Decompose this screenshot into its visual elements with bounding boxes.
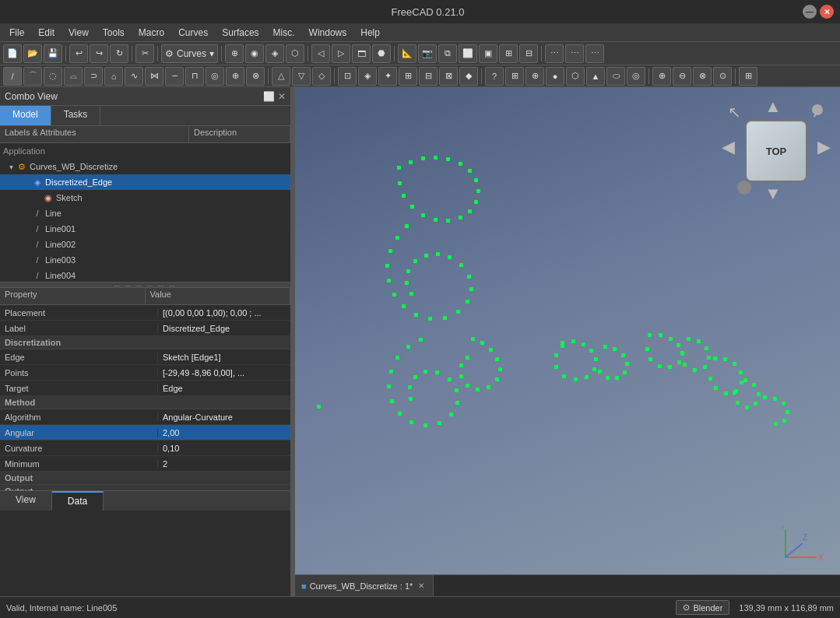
workbench-dropdown[interactable]: ⚙ Curves ▾ <box>161 44 218 63</box>
misc-btn-6[interactable]: ⊠ <box>439 67 458 86</box>
h-splitter[interactable]: — — — — — — <box>0 282 290 288</box>
prop-row[interactable]: TargetEdge <box>0 381 290 396</box>
view-button-2[interactable]: ◈ <box>265 44 284 63</box>
cube-arrow-tl[interactable]: ↖ <box>728 103 741 121</box>
redo-button[interactable]: ↪ <box>90 44 108 63</box>
tree-item[interactable]: /Line004 <box>0 268 290 282</box>
undo-button[interactable]: ↩ <box>69 44 88 63</box>
curve-btn-13[interactable]: ⊗ <box>246 67 265 86</box>
refresh-button[interactable]: ↻ <box>110 44 128 63</box>
close-button[interactable]: ✕ <box>820 5 834 19</box>
view-button-1[interactable]: ◉ <box>245 44 264 63</box>
curve-btn-2[interactable]: ⌒ <box>23 67 42 86</box>
prop-row[interactable]: AlgorithmAngular-Curvature <box>0 409 290 425</box>
menu-item-curves[interactable]: Curves <box>172 26 214 40</box>
cone-btn[interactable]: ▲ <box>586 67 605 86</box>
prop-row[interactable]: Angular2,00 <box>0 425 290 441</box>
tree-item[interactable]: /Line <box>0 205 290 221</box>
misc-btn-7[interactable]: ◆ <box>459 67 478 86</box>
misc-btn-4[interactable]: ⊞ <box>399 67 417 86</box>
prop-row[interactable]: Placement[(0,00 0,00 1,00); 0,00 ; ... <box>0 305 290 321</box>
prop-row[interactable]: Points[-29,49 -8,96 0,00], ... <box>0 365 290 381</box>
menu-item-windows[interactable]: Windows <box>303 26 353 40</box>
nav-right[interactable]: ▷ <box>332 44 350 63</box>
surf-btn-1[interactable]: △ <box>272 67 290 86</box>
bool-btn-3[interactable]: ⊗ <box>693 67 712 86</box>
view-button-5[interactable]: ⬜ <box>459 44 477 63</box>
curve-btn-5[interactable]: ⊃ <box>84 67 103 86</box>
minimize-button[interactable]: — <box>803 5 817 19</box>
curve-btn-9[interactable]: ∽ <box>165 67 184 86</box>
cube-arrow-top[interactable]: ▲ <box>764 97 782 117</box>
open-button[interactable]: 📂 <box>23 44 42 63</box>
menu-item-file[interactable]: File <box>3 26 30 40</box>
measure-button[interactable]: 📐 <box>398 44 416 63</box>
grid-btn[interactable]: ⊞ <box>505 67 524 86</box>
menu-item-macro[interactable]: Macro <box>132 26 170 40</box>
prop-row[interactable]: Curvature0,10 <box>0 441 290 456</box>
cube-btn[interactable]: ⬡ <box>566 67 585 86</box>
nav-left[interactable]: ◁ <box>311 44 330 63</box>
tree-item[interactable]: /Line001 <box>0 221 290 237</box>
tab-tasks[interactable]: Tasks <box>51 106 101 125</box>
view-button-7[interactable]: ⊞ <box>499 44 518 63</box>
view-button-6[interactable]: ▣ <box>479 44 497 63</box>
cube-top-face[interactable]: TOP <box>745 120 807 182</box>
bool-btn-2[interactable]: ⊖ <box>673 67 691 86</box>
new-button[interactable]: 📄 <box>3 44 22 63</box>
tab-data[interactable]: Data <box>52 491 104 511</box>
blender-button[interactable]: ⊙ Blender <box>676 600 729 615</box>
sphere-btn[interactable]: ● <box>546 67 564 86</box>
combo-expand-button[interactable]: ⬜ <box>263 91 275 102</box>
view-button-8[interactable]: ⊟ <box>519 44 538 63</box>
menu-item-edit[interactable]: Edit <box>32 26 61 40</box>
curve-btn-6[interactable]: ⌂ <box>104 67 123 86</box>
prop-row[interactable]: LabelDiscretized_Edge <box>0 321 290 336</box>
help-btn[interactable]: ? <box>485 67 504 86</box>
torus-btn[interactable]: ◎ <box>627 67 645 86</box>
tree-item[interactable]: ◈Discretized_Edge <box>0 174 290 190</box>
extra-btn-1[interactable]: ⊞ <box>739 67 757 86</box>
cube-arrow-left[interactable]: ◀ <box>722 137 735 157</box>
tree-item[interactable]: ◉Sketch <box>0 190 290 205</box>
curve-btn-3[interactable]: ◌ <box>44 67 62 86</box>
combo-close-button[interactable]: ✕ <box>278 91 286 102</box>
cylinder-btn[interactable]: ⬭ <box>606 67 625 86</box>
curve-btn-7[interactable]: ∿ <box>125 67 143 86</box>
menu-item-misc.[interactable]: Misc. <box>267 26 301 40</box>
bool-btn-4[interactable]: ⊙ <box>713 67 732 86</box>
menu-item-view[interactable]: View <box>62 26 95 40</box>
zoom-fit-button[interactable]: ⊕ <box>225 44 244 63</box>
curve-btn-4[interactable]: ⌓ <box>64 67 83 86</box>
curve-btn-10[interactable]: ⊓ <box>185 67 204 86</box>
view-button-4[interactable]: ⧉ <box>438 44 457 63</box>
viewport-tab-close[interactable]: ✕ <box>416 581 427 592</box>
tree-root[interactable]: ▾ ⚙ Curves_WB_Discretize <box>0 159 290 174</box>
cut-button[interactable]: ✂ <box>135 44 154 63</box>
view-button-3[interactable]: ⬡ <box>286 44 304 63</box>
cube-arrow-right[interactable]: ▶ <box>817 137 831 157</box>
save-button[interactable]: 💾 <box>44 44 62 63</box>
prop-row[interactable]: Minimum2 <box>0 456 290 472</box>
snap-btn[interactable]: ⊕ <box>525 67 544 86</box>
camera-button[interactable]: 📷 <box>418 44 437 63</box>
view-iso[interactable]: ⬣ <box>372 44 391 63</box>
curve-btn-1[interactable]: / <box>3 67 22 86</box>
menu-item-surfaces[interactable]: Surfaces <box>216 26 265 40</box>
more-button-1[interactable]: ⋯ <box>545 44 564 63</box>
curve-btn-11[interactable]: ◎ <box>206 67 224 86</box>
misc-btn-5[interactable]: ⊟ <box>419 67 438 86</box>
cube-arrow-bottom[interactable]: ▼ <box>764 184 782 204</box>
view-3d[interactable]: 🗖 <box>352 44 371 63</box>
more-button-3[interactable]: ⋯ <box>585 44 604 63</box>
curve-btn-8[interactable]: ⋈ <box>145 67 163 86</box>
bool-btn-1[interactable]: ⊕ <box>652 67 671 86</box>
menu-item-help[interactable]: Help <box>354 26 386 40</box>
tab-view[interactable]: View <box>0 491 52 511</box>
3d-viewport[interactable]: ↖ ↗ ▲ ▼ ◀ ▶ TOP X Y <box>295 87 840 596</box>
misc-btn-3[interactable]: ✦ <box>378 67 397 86</box>
viewport-tab-item[interactable]: ■ Curves_WB_Discretize : 1* ✕ <box>295 575 434 596</box>
curve-btn-12[interactable]: ⊕ <box>226 67 244 86</box>
menu-item-tools[interactable]: Tools <box>97 26 131 40</box>
surf-btn-3[interactable]: ◇ <box>312 67 331 86</box>
